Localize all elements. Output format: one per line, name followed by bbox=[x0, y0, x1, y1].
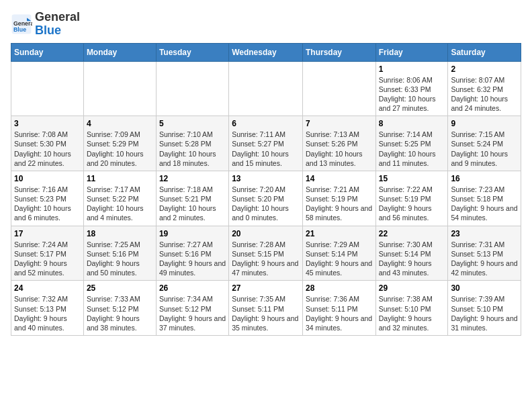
day-info: Sunrise: 7:20 AM Sunset: 5:20 PM Dayligh… bbox=[232, 185, 300, 223]
calendar-cell: 3Sunrise: 7:08 AM Sunset: 5:30 PM Daylig… bbox=[11, 116, 84, 171]
day-number: 13 bbox=[232, 174, 300, 183]
day-info: Sunrise: 7:30 AM Sunset: 5:14 PM Dayligh… bbox=[379, 240, 445, 278]
day-info: Sunrise: 7:09 AM Sunset: 5:29 PM Dayligh… bbox=[87, 130, 153, 168]
calendar-header: SundayMondayTuesdayWednesdayThursdayFrid… bbox=[11, 43, 521, 61]
day-number: 29 bbox=[379, 283, 445, 293]
calendar-week-row: 3Sunrise: 7:08 AM Sunset: 5:30 PM Daylig… bbox=[11, 116, 521, 171]
header-day: Thursday bbox=[302, 43, 375, 61]
day-number: 5 bbox=[159, 119, 226, 128]
day-number: 1 bbox=[379, 64, 445, 74]
day-info: Sunrise: 7:29 AM Sunset: 5:14 PM Dayligh… bbox=[306, 240, 373, 278]
calendar-body: 1Sunrise: 8:06 AM Sunset: 6:33 PM Daylig… bbox=[11, 61, 521, 335]
calendar-cell: 18Sunrise: 7:25 AM Sunset: 5:16 PM Dayli… bbox=[83, 226, 156, 281]
calendar-cell bbox=[156, 61, 228, 116]
svg-text:Blue: Blue bbox=[13, 26, 26, 33]
day-info: Sunrise: 7:39 AM Sunset: 5:10 PM Dayligh… bbox=[451, 294, 518, 332]
calendar-cell: 23Sunrise: 7:31 AM Sunset: 5:13 PM Dayli… bbox=[448, 226, 521, 281]
day-number: 14 bbox=[306, 174, 373, 183]
day-info: Sunrise: 7:13 AM Sunset: 5:26 PM Dayligh… bbox=[306, 130, 373, 168]
calendar-cell: 13Sunrise: 7:20 AM Sunset: 5:20 PM Dayli… bbox=[229, 171, 303, 226]
calendar-cell: 29Sunrise: 7:38 AM Sunset: 5:10 PM Dayli… bbox=[375, 281, 448, 336]
day-number: 7 bbox=[306, 119, 373, 128]
day-number: 8 bbox=[379, 119, 445, 128]
calendar-cell: 28Sunrise: 7:36 AM Sunset: 5:11 PM Dayli… bbox=[302, 281, 375, 336]
day-info: Sunrise: 7:21 AM Sunset: 5:19 PM Dayligh… bbox=[306, 185, 373, 223]
day-info: Sunrise: 7:27 AM Sunset: 5:16 PM Dayligh… bbox=[159, 240, 226, 278]
day-info: Sunrise: 7:33 AM Sunset: 5:12 PM Dayligh… bbox=[87, 294, 153, 332]
day-number: 30 bbox=[451, 283, 518, 293]
calendar-cell: 22Sunrise: 7:30 AM Sunset: 5:14 PM Dayli… bbox=[375, 226, 448, 281]
day-number: 21 bbox=[306, 229, 373, 238]
calendar-cell bbox=[229, 61, 303, 116]
day-info: Sunrise: 7:31 AM Sunset: 5:13 PM Dayligh… bbox=[451, 240, 518, 278]
day-number: 22 bbox=[379, 229, 445, 238]
day-info: Sunrise: 7:10 AM Sunset: 5:28 PM Dayligh… bbox=[159, 130, 226, 168]
day-info: Sunrise: 7:36 AM Sunset: 5:11 PM Dayligh… bbox=[306, 294, 373, 332]
day-number: 4 bbox=[87, 119, 153, 128]
header-day: Sunday bbox=[11, 43, 84, 61]
header-day: Saturday bbox=[448, 43, 521, 61]
calendar-cell: 2Sunrise: 8:07 AM Sunset: 6:32 PM Daylig… bbox=[448, 61, 521, 116]
day-number: 17 bbox=[14, 229, 81, 238]
day-info: Sunrise: 7:32 AM Sunset: 5:13 PM Dayligh… bbox=[14, 294, 81, 332]
day-number: 28 bbox=[306, 283, 373, 293]
calendar-week-row: 24Sunrise: 7:32 AM Sunset: 5:13 PM Dayli… bbox=[11, 281, 521, 336]
day-number: 6 bbox=[232, 119, 300, 128]
calendar-cell: 7Sunrise: 7:13 AM Sunset: 5:26 PM Daylig… bbox=[302, 116, 375, 171]
calendar-table: SundayMondayTuesdayWednesdayThursdayFrid… bbox=[11, 43, 521, 336]
day-number: 26 bbox=[159, 283, 226, 293]
day-info: Sunrise: 7:14 AM Sunset: 5:25 PM Dayligh… bbox=[379, 130, 445, 168]
day-info: Sunrise: 7:35 AM Sunset: 5:11 PM Dayligh… bbox=[232, 294, 300, 332]
calendar-cell bbox=[83, 61, 156, 116]
calendar-cell: 5Sunrise: 7:10 AM Sunset: 5:28 PM Daylig… bbox=[156, 116, 228, 171]
header-day: Monday bbox=[83, 43, 156, 61]
day-number: 2 bbox=[451, 64, 518, 74]
calendar-cell: 30Sunrise: 7:39 AM Sunset: 5:10 PM Dayli… bbox=[448, 281, 521, 336]
day-info: Sunrise: 7:24 AM Sunset: 5:17 PM Dayligh… bbox=[14, 240, 81, 278]
calendar-cell: 15Sunrise: 7:22 AM Sunset: 5:19 PM Dayli… bbox=[375, 171, 448, 226]
day-number: 27 bbox=[232, 283, 300, 293]
calendar-week-row: 1Sunrise: 8:06 AM Sunset: 6:33 PM Daylig… bbox=[11, 61, 521, 116]
calendar-cell: 24Sunrise: 7:32 AM Sunset: 5:13 PM Dayli… bbox=[11, 281, 84, 336]
calendar-cell: 8Sunrise: 7:14 AM Sunset: 5:25 PM Daylig… bbox=[375, 116, 448, 171]
calendar-cell: 26Sunrise: 7:34 AM Sunset: 5:12 PM Dayli… bbox=[156, 281, 228, 336]
calendar-cell: 1Sunrise: 8:06 AM Sunset: 6:33 PM Daylig… bbox=[375, 61, 448, 116]
day-number: 25 bbox=[87, 283, 153, 293]
calendar-cell: 14Sunrise: 7:21 AM Sunset: 5:19 PM Dayli… bbox=[302, 171, 375, 226]
calendar-cell: 6Sunrise: 7:11 AM Sunset: 5:27 PM Daylig… bbox=[229, 116, 303, 171]
day-number: 16 bbox=[451, 174, 518, 183]
page-header: General Blue GeneralBlue bbox=[11, 11, 521, 38]
day-number: 23 bbox=[451, 229, 518, 238]
day-info: Sunrise: 7:25 AM Sunset: 5:16 PM Dayligh… bbox=[87, 240, 153, 278]
day-number: 24 bbox=[14, 283, 81, 293]
calendar-cell: 17Sunrise: 7:24 AM Sunset: 5:17 PM Dayli… bbox=[11, 226, 84, 281]
calendar-cell: 20Sunrise: 7:28 AM Sunset: 5:15 PM Dayli… bbox=[229, 226, 303, 281]
calendar-cell bbox=[302, 61, 375, 116]
logo: General Blue GeneralBlue bbox=[11, 11, 80, 38]
header-row: SundayMondayTuesdayWednesdayThursdayFrid… bbox=[11, 43, 521, 61]
day-info: Sunrise: 7:15 AM Sunset: 5:24 PM Dayligh… bbox=[451, 130, 518, 168]
calendar-cell: 21Sunrise: 7:29 AM Sunset: 5:14 PM Dayli… bbox=[302, 226, 375, 281]
calendar-cell: 12Sunrise: 7:18 AM Sunset: 5:21 PM Dayli… bbox=[156, 171, 228, 226]
calendar-cell: 27Sunrise: 7:35 AM Sunset: 5:11 PM Dayli… bbox=[229, 281, 303, 336]
day-number: 15 bbox=[379, 174, 445, 183]
day-info: Sunrise: 7:08 AM Sunset: 5:30 PM Dayligh… bbox=[14, 130, 81, 168]
day-info: Sunrise: 8:07 AM Sunset: 6:32 PM Dayligh… bbox=[451, 75, 518, 113]
day-info: Sunrise: 7:38 AM Sunset: 5:10 PM Dayligh… bbox=[379, 294, 445, 332]
day-number: 19 bbox=[159, 229, 226, 238]
calendar-cell: 19Sunrise: 7:27 AM Sunset: 5:16 PM Dayli… bbox=[156, 226, 228, 281]
header-day: Friday bbox=[375, 43, 448, 61]
calendar-cell: 11Sunrise: 7:17 AM Sunset: 5:22 PM Dayli… bbox=[83, 171, 156, 226]
day-info: Sunrise: 8:06 AM Sunset: 6:33 PM Dayligh… bbox=[379, 75, 445, 113]
day-number: 18 bbox=[87, 229, 153, 238]
day-info: Sunrise: 7:22 AM Sunset: 5:19 PM Dayligh… bbox=[379, 185, 445, 223]
day-info: Sunrise: 7:18 AM Sunset: 5:21 PM Dayligh… bbox=[159, 185, 226, 223]
day-number: 11 bbox=[87, 174, 153, 183]
calendar-cell: 10Sunrise: 7:16 AM Sunset: 5:23 PM Dayli… bbox=[11, 171, 84, 226]
calendar-cell: 16Sunrise: 7:23 AM Sunset: 5:18 PM Dayli… bbox=[448, 171, 521, 226]
calendar-cell bbox=[11, 61, 84, 116]
calendar-cell: 25Sunrise: 7:33 AM Sunset: 5:12 PM Dayli… bbox=[83, 281, 156, 336]
day-number: 10 bbox=[14, 174, 81, 183]
calendar-week-row: 10Sunrise: 7:16 AM Sunset: 5:23 PM Dayli… bbox=[11, 171, 521, 226]
logo-text: GeneralBlue bbox=[35, 11, 80, 38]
